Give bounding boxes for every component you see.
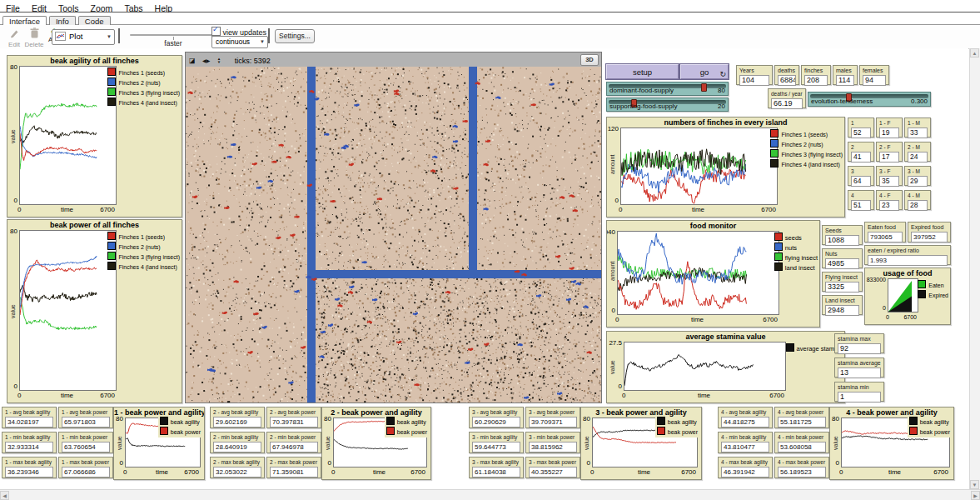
monitor-value: 70.397831	[270, 417, 318, 428]
monitor-3-f: 3 - F35	[876, 166, 903, 186]
plot-title: food monitor	[607, 222, 819, 230]
netlogo-window: FileEditToolsZoomTabsHelp InterfaceInfoC…	[0, 0, 980, 500]
legend-label: beak agility	[171, 419, 200, 425]
y-max-tick: 27.5	[606, 339, 622, 347]
y-max-tick: 80	[829, 415, 839, 422]
horizontal-scrollbar[interactable]: ◀ ▶	[0, 489, 980, 500]
slider-dominant-food-supply[interactable]: dominant-food-supply80	[606, 82, 729, 96]
resize-horizontal-icon[interactable]: ◀▶	[202, 54, 210, 68]
settings-button[interactable]: Settings...	[275, 29, 315, 43]
scroll-right-arrow[interactable]: ▶	[971, 491, 980, 500]
plot-canvas	[624, 342, 785, 390]
y-axis-label: value	[117, 436, 122, 450]
monitor-label: 4 - max beak agility	[721, 459, 769, 466]
plot-title: beak power of all finches	[7, 221, 182, 229]
plot-legend: Finches 1 (seeds)Finches 2 (nuts)Finches…	[107, 68, 180, 108]
monitor-label: Years	[739, 68, 769, 74]
scroll-down-arrow[interactable]: ▼	[970, 480, 979, 489]
y-max-tick: 80	[580, 415, 590, 422]
monitor-value: 1.993	[868, 255, 948, 266]
island-1-beak-monitors: 1 - avg beak agility34.0281971 - avg bea…	[2, 407, 113, 478]
monitor-2-m: 2 - M24	[904, 142, 931, 162]
monitor-value: 65.971803	[62, 417, 110, 428]
world-terrain-canvas	[186, 67, 601, 402]
legend-swatch	[909, 427, 918, 435]
slider-supporting-food-supply[interactable]: supporting-food-supply20	[606, 98, 729, 112]
scroll-left-arrow[interactable]: ◀	[0, 491, 9, 500]
monitor-value: 52	[851, 128, 871, 138]
monitor-label: 1 - max beak agility	[5, 459, 53, 466]
vertical-scrollbar[interactable]: ▲ ▼	[969, 48, 980, 489]
monitor-3-max-beak-power: 3 - max beak power40.355227	[525, 457, 580, 478]
monitor-value: 66.19	[771, 98, 803, 109]
legend-label: Finches 4 (land insect)	[781, 162, 839, 168]
go-button[interactable]: go ↻	[680, 64, 729, 79]
island-4-beak-monitors: 4 - avg beak agility44.8182754 - avg bea…	[718, 407, 829, 478]
widget-chooser-dropdown[interactable]: Plot ▼	[52, 29, 115, 45]
resize-diagonal-icon[interactable]: ◪	[189, 54, 196, 68]
slider-label: dominant-food-supply	[609, 88, 674, 94]
y-zero-tick: 0	[321, 459, 331, 467]
monitor-label: finches	[804, 68, 828, 74]
monitor-2-avg-beak-agility: 2 - avg beak agility29.602169	[210, 407, 265, 428]
slider-evolution-tenderness[interactable]: evolution-tenderness0.300	[808, 92, 931, 107]
slider-label: evolution-tenderness	[811, 98, 873, 105]
three-d-button[interactable]: 3D	[580, 54, 599, 66]
monitor-label: 3 - F	[879, 168, 899, 175]
plot-canvas	[20, 231, 116, 390]
plot-legend: beak agilitybeak power	[655, 417, 699, 438]
monitor-1-f: 1 - F19	[876, 118, 903, 138]
update-mode-dropdown[interactable]: continuous ▼	[211, 36, 268, 48]
line-series-f2	[20, 256, 97, 308]
monitor-value: 35	[879, 176, 899, 187]
monitor-value: 43.810477	[721, 442, 769, 452]
monitor-label: 2 - max beak agility	[213, 459, 261, 466]
plot-usage-of-food: usage of food833000006700EatenExpired	[864, 268, 951, 325]
resize-vertical-icon[interactable]: ▲▼	[217, 58, 221, 64]
y-axis-label: value	[833, 436, 838, 450]
monitor-1: 152	[848, 118, 874, 138]
monitor-label: 1 - avg beak power	[62, 409, 110, 416]
monitor-3: 364	[848, 166, 874, 186]
update-mode-label: continuous	[216, 38, 250, 46]
monitor-land-insect: Land insect2948	[822, 295, 863, 315]
world-view-header: ◪ ◀▶ ▲▼ ticks: 5392 3D	[186, 52, 601, 67]
tab-bar: InterfaceInfoCode	[0, 12, 980, 25]
view-updates-checkbox[interactable]: ✓	[211, 27, 221, 36]
y-max-tick: 6940	[606, 228, 615, 236]
interface-canvas: beak agility of all finches80006700timev…	[0, 48, 968, 489]
monitor-value: 29	[908, 176, 928, 187]
plot-area	[888, 278, 918, 312]
monitor-1-avg-beak-power: 1 - avg beak power65.971803	[58, 407, 113, 428]
plot-island-4-beak: 4 - beak power and agility80006700timeva…	[829, 407, 954, 480]
line-series-f4	[20, 126, 97, 143]
monitor-label: 3 - max beak power	[529, 459, 577, 466]
y-zero-tick: 0	[113, 459, 123, 467]
scroll-up-arrow[interactable]: ▲	[970, 48, 979, 58]
legend-entry-finches-4-land-insect: Finches 4 (land insect)	[107, 98, 180, 108]
island-3-beak-monitors: 3 - avg beak agility60.2906293 - avg bea…	[469, 407, 580, 478]
legend-swatch	[107, 252, 116, 260]
x-axis-label: time	[125, 468, 199, 476]
plot-title: average stamina value	[607, 332, 844, 341]
monitor-2-min-beak-power: 2 - min beak power67.946978	[266, 432, 321, 453]
monitor-stamina-max: stamina max92	[834, 333, 884, 353]
plot-canvas	[618, 232, 779, 314]
legend-swatch	[657, 427, 665, 435]
speed-slider[interactable]: faster	[130, 28, 220, 47]
legend-swatch	[386, 417, 395, 425]
monitor-label: 3 - avg beak agility	[472, 409, 520, 416]
island-population-monitor-grid: 1521 - F191 - M332412 - F172 - M243643 -…	[848, 118, 931, 210]
legend-swatch	[107, 262, 116, 270]
monitor-value: 59.644773	[472, 442, 520, 452]
setup-button[interactable]: setup	[606, 64, 679, 79]
monitor-2-f: 2 - F17	[876, 142, 903, 162]
legend-entry-finches-1-seeds: Finches 1 (seeds)	[107, 68, 180, 78]
monitor-value: 33	[908, 128, 928, 138]
monitor-value: 44.818275	[721, 417, 769, 428]
y-zero-tick: 0	[606, 307, 615, 314]
slider-label: supporting-food-supply	[609, 103, 677, 110]
legend-label: seeds	[785, 234, 802, 242]
go-button-label: go	[700, 68, 709, 77]
plot-area	[19, 230, 117, 391]
